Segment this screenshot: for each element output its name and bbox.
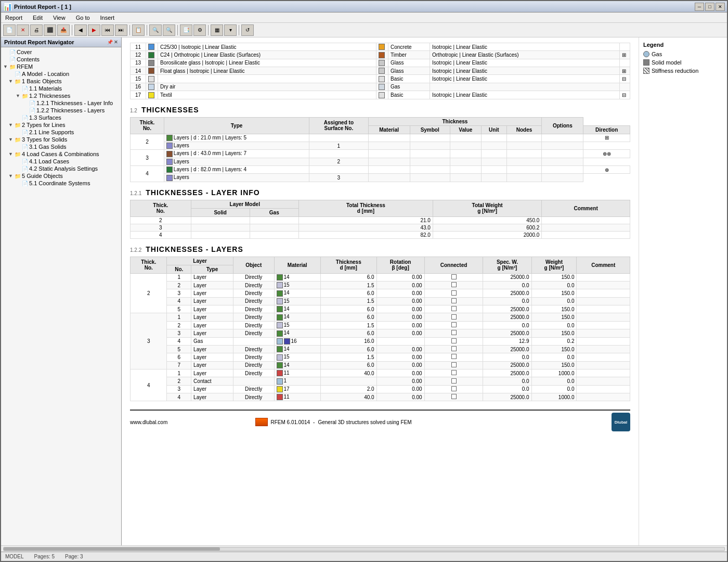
settings-button[interactable]: ⚙ [193, 24, 206, 36]
legend-title: Legend [643, 42, 723, 48]
menu-view[interactable]: View [51, 14, 68, 22]
menu-insert[interactable]: Insert [98, 14, 117, 22]
table-row: 7Layer Directly 14 6.00.00 25000.0150.0 [131, 361, 630, 369]
footer-software: RFEM 6.01.0014 [271, 419, 310, 425]
play-button[interactable]: ▶ [88, 24, 100, 36]
menu-edit[interactable]: Edit [31, 14, 45, 22]
separator-5 [208, 25, 209, 35]
nav-static-analysis[interactable]: 📄 4.2 Static Analysis Settings [1, 165, 121, 172]
col-spec-w: Spec. W.g [N/m³] [483, 257, 531, 273]
nav-model-location[interactable]: 📄 A Model - Location [1, 70, 121, 78]
table-row: 4Layer Directly 11 40.00.00 25000.01000.… [131, 393, 630, 401]
col-thick-no: Thick.No. [131, 117, 164, 134]
col-object: Object [233, 257, 274, 273]
nav-basic-objects[interactable]: ▼ 📁 1 Basic Objects [1, 78, 121, 85]
thicknesses-table: Thick.No. Type Assigned toSurface No. Th… [130, 117, 630, 182]
col-nodes: Nodes [506, 125, 542, 134]
col-rotation: Rotationβ [deg] [376, 257, 424, 273]
nav-materials[interactable]: 📄 1.1 Materials [1, 85, 121, 92]
zoom-out-button[interactable]: 🔍 [163, 24, 175, 36]
prev-button[interactable]: ◀ [74, 24, 87, 36]
table-row: 4 82.0 2000.0 [131, 231, 630, 238]
col-no: No. [167, 265, 191, 273]
table-row: 3Layer Directly 14 6.00.00 25000.0150.0 [131, 329, 630, 337]
export-button[interactable]: 📤 [57, 24, 70, 36]
nav-types-lines[interactable]: ▼ 📁 2 Types for Lines [1, 121, 121, 129]
materials-table: 11 C25/30 | Isotropic | Linear Elastic C… [130, 43, 630, 99]
table-row: 3 1Layer Directly 14 6.00.00 25000.0150.… [131, 313, 630, 321]
col-type: Type [164, 117, 309, 134]
nav-surfaces[interactable]: 📄 1.3 Surfaces [1, 114, 121, 121]
title-bar: 📊 Printout Report - [ 1 ] ─ □ ✕ [1, 1, 727, 12]
footer-website: www.dlubal.com [130, 419, 167, 425]
navigator-header: Printout Report Navigator 📌 ✕ [1, 37, 121, 47]
menu-bar: Report Edit View Go to Insert [1, 12, 727, 23]
col-thickness: Thickness [368, 117, 542, 125]
filter-dropdown[interactable]: ▾ [224, 24, 237, 36]
filter-button[interactable]: ▦ [211, 24, 223, 36]
table-row: 4Layer Directly 15 1.50.00 0.00.0 [131, 297, 630, 305]
menu-goto[interactable]: Go to [74, 14, 92, 22]
nav-thicknesses-layers[interactable]: 📄 1.2.2 Thicknesses - Layers [1, 107, 121, 114]
separator-4 [177, 25, 178, 35]
nav-cover[interactable]: 📄 Cover [1, 48, 121, 56]
content-area: 11 C25/30 | Isotropic | Linear Elastic C… [122, 37, 639, 545]
col-thick-no: Thick.No. [131, 200, 191, 216]
legend-panel: Legend Gas Solid model Stiffness reducti… [639, 37, 727, 545]
last-button[interactable]: ⏭ [115, 24, 127, 36]
col-layer-model: Layer Model [191, 200, 298, 208]
maximize-button[interactable]: □ [705, 3, 714, 11]
table-row: 12 C24 | Orthotropic | Linear Elastic (S… [131, 51, 630, 59]
page-setup-button[interactable]: 📑 [180, 24, 192, 36]
toolbar: 📄 ✕ 🖨 ⬛ 📤 ◀ ▶ ⏮ ⏭ 📋 🔍 🔍 📑 ⚙ ▦ ▾ ↺ [1, 23, 727, 37]
footer-description: General 3D structures solved using FEM [318, 419, 411, 425]
table-row: 2Layer Directly 15 1.50.00 0.00.0 [131, 282, 630, 289]
nav-load-cases[interactable]: ▼ 📁 4 Load Cases & Combinations [1, 150, 121, 158]
first-button[interactable]: ⏮ [101, 24, 114, 36]
menu-report[interactable]: Report [3, 14, 24, 22]
nav-line-supports[interactable]: 📄 2.1 Line Supports [1, 129, 121, 136]
table-row: 2 Layers | d : 21.0 mm | Layers: 5 ⊞ [131, 134, 630, 142]
table-row: 16 Dry air Gas [131, 83, 630, 91]
nav-rfem[interactable]: ▼ 📁 RFEM [1, 63, 121, 70]
layer-info-header: 1.2.1 THICKNESSES - LAYER INFO [130, 188, 630, 197]
nav-contents[interactable]: 📄 Contents [1, 56, 121, 63]
col-assigned: Assigned toSurface No. [309, 117, 368, 134]
col-thickness-d: Thicknessd [mm] [320, 257, 376, 273]
col-options: Options [542, 117, 583, 134]
open-button[interactable]: ✕ [17, 24, 29, 36]
col-material: Material [274, 257, 320, 273]
col-gas: Gas [250, 208, 298, 216]
table-row: 6Layer Directly 15 1.50.00 0.00.0 [131, 353, 630, 361]
nav-thicknesses[interactable]: ▼ 📁 1.2 Thicknesses [1, 92, 121, 99]
refresh-button[interactable]: ↺ [241, 24, 254, 36]
nav-pin-button[interactable]: 📌 [107, 40, 113, 45]
col-value: Value [450, 125, 481, 134]
nav-load-cases-item[interactable]: 📄 4.1 Load Cases [1, 158, 121, 165]
table-row: 3Layer Directly 14 6.00.00 25000.0150.0 [131, 289, 630, 297]
navigator-panel: Printout Report Navigator 📌 ✕ 📄 Cover 📄 … [1, 37, 122, 545]
dlubal-logo: Dlubal [612, 413, 630, 431]
nav-thicknesses-layer-info[interactable]: 📄 1.2.1 Thicknesses - Layer Info [1, 99, 121, 107]
nav-coordinate-systems[interactable]: 📄 5.1 Coordinate Systems [1, 180, 121, 187]
minimize-button[interactable]: ─ [695, 3, 704, 11]
close-button[interactable]: ✕ [716, 3, 725, 11]
table-row: 13 Borosilicate glass | Isotropic | Line… [131, 59, 630, 67]
copy-button[interactable]: 📋 [132, 24, 145, 36]
nav-guide-objects[interactable]: ▼ 📁 5 Guide Objects [1, 172, 121, 180]
table-row: 4Gas 16 16.0 12.90.2 [131, 337, 630, 345]
layers-table: Thick.No. Layer Object Material Thicknes… [130, 257, 630, 402]
legend-stiffness: Stiffness reduction [643, 68, 723, 74]
zoom-in-button[interactable]: 🔍 [149, 24, 162, 36]
nav-gas-solids[interactable]: 📄 3.1 Gas Solids [1, 143, 121, 150]
scrollbar-area[interactable] [1, 545, 727, 552]
col-symbol: Symbol [410, 125, 450, 134]
table-row: 4 Layers | d : 82.0 mm | Layers: 4 ⊕ [131, 165, 630, 173]
nav-types-solids[interactable]: ▼ 📁 3 Types for Solids [1, 136, 121, 143]
separator-3 [147, 25, 147, 35]
nav-close-button[interactable]: ✕ [114, 40, 118, 45]
new-button[interactable]: 📄 [3, 24, 16, 36]
col-total-thickness: Total Thicknessd [mm] [298, 200, 433, 216]
print-button[interactable]: 🖨 [30, 24, 43, 36]
print-preview-button[interactable]: ⬛ [44, 24, 56, 36]
